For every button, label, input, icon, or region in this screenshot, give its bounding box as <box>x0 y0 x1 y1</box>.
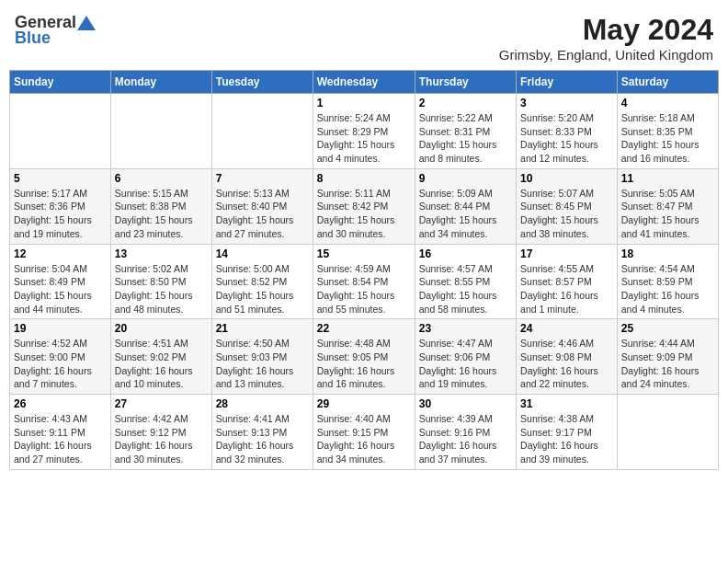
col-saturday: Saturday <box>617 71 718 94</box>
table-row <box>10 94 111 169</box>
day-number: 23 <box>419 322 512 335</box>
day-info: Sunrise: 4:57 AMSunset: 8:55 PMDaylight:… <box>419 262 512 316</box>
calendar-week-5: 26Sunrise: 4:43 AMSunset: 9:11 PMDayligh… <box>10 395 719 470</box>
table-row <box>211 94 313 169</box>
calendar-week-4: 19Sunrise: 4:52 AMSunset: 9:00 PMDayligh… <box>10 319 719 395</box>
day-number: 24 <box>520 322 613 335</box>
table-row: 9Sunrise: 5:09 AMSunset: 8:44 PMDaylight… <box>415 168 516 244</box>
calendar-week-3: 12Sunrise: 5:04 AMSunset: 8:49 PMDayligh… <box>10 244 719 319</box>
day-info: Sunrise: 5:24 AMSunset: 8:29 PMDaylight:… <box>317 111 411 166</box>
location: Grimsby, England, United Kingdom <box>499 47 713 63</box>
day-info: Sunrise: 4:46 AMSunset: 9:08 PMDaylight:… <box>520 337 613 391</box>
day-info: Sunrise: 4:39 AMSunset: 9:16 PMDaylight:… <box>419 412 512 466</box>
day-number: 14 <box>216 247 309 260</box>
day-number: 3 <box>520 97 613 109</box>
table-row: 25Sunrise: 4:44 AMSunset: 9:09 PMDayligh… <box>617 319 718 395</box>
day-number: 11 <box>621 172 714 185</box>
day-number: 26 <box>14 397 107 410</box>
table-row: 11Sunrise: 5:05 AMSunset: 8:47 PMDayligh… <box>617 168 718 244</box>
day-number: 9 <box>419 172 512 185</box>
day-info: Sunrise: 4:41 AMSunset: 9:13 PMDaylight:… <box>216 412 309 466</box>
table-row: 7Sunrise: 5:13 AMSunset: 8:40 PMDaylight… <box>211 168 313 244</box>
table-row: 30Sunrise: 4:39 AMSunset: 9:16 PMDayligh… <box>415 395 516 470</box>
day-info: Sunrise: 5:22 AMSunset: 8:31 PMDaylight:… <box>419 111 512 166</box>
day-number: 29 <box>317 397 411 410</box>
day-number: 1 <box>317 97 411 109</box>
day-info: Sunrise: 4:52 AMSunset: 9:00 PMDaylight:… <box>14 337 107 391</box>
day-info: Sunrise: 4:38 AMSunset: 9:17 PMDaylight:… <box>520 412 613 466</box>
col-friday: Friday <box>517 71 618 94</box>
table-row: 10Sunrise: 5:07 AMSunset: 8:45 PMDayligh… <box>517 168 618 244</box>
day-info: Sunrise: 4:59 AMSunset: 8:54 PMDaylight:… <box>317 262 411 316</box>
day-info: Sunrise: 4:55 AMSunset: 8:57 PMDaylight:… <box>520 262 613 316</box>
table-row: 18Sunrise: 4:54 AMSunset: 8:59 PMDayligh… <box>617 244 718 319</box>
day-info: Sunrise: 4:40 AMSunset: 9:15 PMDaylight:… <box>317 412 411 466</box>
table-row: 4Sunrise: 5:18 AMSunset: 8:35 PMDaylight… <box>617 94 718 169</box>
day-number: 15 <box>317 247 411 260</box>
day-number: 16 <box>419 247 512 260</box>
day-number: 19 <box>14 322 107 335</box>
svg-marker-0 <box>77 16 96 30</box>
day-info: Sunrise: 5:09 AMSunset: 8:44 PMDaylight:… <box>419 187 512 241</box>
day-number: 2 <box>419 97 512 109</box>
day-info: Sunrise: 4:44 AMSunset: 9:09 PMDaylight:… <box>621 337 714 391</box>
day-number: 25 <box>621 322 714 335</box>
col-monday: Monday <box>110 71 211 94</box>
day-info: Sunrise: 5:17 AMSunset: 8:36 PMDaylight:… <box>14 187 107 241</box>
table-row: 3Sunrise: 5:20 AMSunset: 8:33 PMDaylight… <box>517 94 618 169</box>
day-info: Sunrise: 5:15 AMSunset: 8:38 PMDaylight:… <box>115 187 208 241</box>
table-row: 24Sunrise: 4:46 AMSunset: 9:08 PMDayligh… <box>517 319 618 395</box>
day-info: Sunrise: 5:13 AMSunset: 8:40 PMDaylight:… <box>216 187 309 241</box>
day-info: Sunrise: 5:04 AMSunset: 8:49 PMDaylight:… <box>14 262 107 316</box>
logo: General Blue <box>15 13 97 48</box>
day-info: Sunrise: 5:11 AMSunset: 8:42 PMDaylight:… <box>317 187 411 241</box>
day-info: Sunrise: 5:00 AMSunset: 8:52 PMDaylight:… <box>216 262 309 316</box>
calendar-table: Sunday Monday Tuesday Wednesday Thursday… <box>9 70 719 470</box>
table-row: 2Sunrise: 5:22 AMSunset: 8:31 PMDaylight… <box>415 94 516 169</box>
day-number: 31 <box>520 397 613 410</box>
table-row: 12Sunrise: 5:04 AMSunset: 8:49 PMDayligh… <box>10 244 111 319</box>
day-number: 6 <box>115 172 208 185</box>
day-info: Sunrise: 4:51 AMSunset: 9:02 PMDaylight:… <box>115 337 208 391</box>
day-number: 28 <box>216 397 309 410</box>
day-info: Sunrise: 4:43 AMSunset: 9:11 PMDaylight:… <box>14 412 107 466</box>
table-row: 23Sunrise: 4:47 AMSunset: 9:06 PMDayligh… <box>415 319 516 395</box>
day-number: 27 <box>115 397 208 410</box>
day-number: 30 <box>419 397 512 410</box>
table-row: 15Sunrise: 4:59 AMSunset: 8:54 PMDayligh… <box>313 244 415 319</box>
day-number: 13 <box>115 247 208 260</box>
day-number: 5 <box>14 172 107 185</box>
table-row: 31Sunrise: 4:38 AMSunset: 9:17 PMDayligh… <box>517 395 618 470</box>
col-thursday: Thursday <box>415 71 516 94</box>
calendar-week-2: 5Sunrise: 5:17 AMSunset: 8:36 PMDaylight… <box>10 168 719 244</box>
logo-blue-text: Blue <box>15 29 51 48</box>
table-row: 19Sunrise: 4:52 AMSunset: 9:00 PMDayligh… <box>10 319 111 395</box>
day-number: 8 <box>317 172 411 185</box>
day-info: Sunrise: 5:18 AMSunset: 8:35 PMDaylight:… <box>621 111 714 166</box>
day-info: Sunrise: 4:50 AMSunset: 9:03 PMDaylight:… <box>216 337 309 391</box>
col-wednesday: Wednesday <box>313 71 415 94</box>
month-year: May 2024 <box>499 13 713 47</box>
col-tuesday: Tuesday <box>211 71 313 94</box>
table-row: 26Sunrise: 4:43 AMSunset: 9:11 PMDayligh… <box>10 395 111 470</box>
table-row: 27Sunrise: 4:42 AMSunset: 9:12 PMDayligh… <box>110 395 211 470</box>
table-row: 13Sunrise: 5:02 AMSunset: 8:50 PMDayligh… <box>110 244 211 319</box>
table-row: 17Sunrise: 4:55 AMSunset: 8:57 PMDayligh… <box>517 244 618 319</box>
day-number: 12 <box>14 247 107 260</box>
day-info: Sunrise: 4:48 AMSunset: 9:05 PMDaylight:… <box>317 337 411 391</box>
day-info: Sunrise: 5:20 AMSunset: 8:33 PMDaylight:… <box>520 111 613 166</box>
day-number: 21 <box>216 322 309 335</box>
table-row: 5Sunrise: 5:17 AMSunset: 8:36 PMDaylight… <box>10 168 111 244</box>
table-row: 1Sunrise: 5:24 AMSunset: 8:29 PMDaylight… <box>313 94 415 169</box>
calendar-week-1: 1Sunrise: 5:24 AMSunset: 8:29 PMDaylight… <box>10 94 719 169</box>
day-number: 22 <box>317 322 411 335</box>
day-number: 17 <box>520 247 613 260</box>
day-info: Sunrise: 5:05 AMSunset: 8:47 PMDaylight:… <box>621 187 714 241</box>
day-info: Sunrise: 4:54 AMSunset: 8:59 PMDaylight:… <box>621 262 714 316</box>
day-info: Sunrise: 5:02 AMSunset: 8:50 PMDaylight:… <box>115 262 208 316</box>
table-row: 29Sunrise: 4:40 AMSunset: 9:15 PMDayligh… <box>313 395 415 470</box>
table-row: 16Sunrise: 4:57 AMSunset: 8:55 PMDayligh… <box>415 244 516 319</box>
day-number: 20 <box>115 322 208 335</box>
table-row: 8Sunrise: 5:11 AMSunset: 8:42 PMDaylight… <box>313 168 415 244</box>
table-row: 20Sunrise: 4:51 AMSunset: 9:02 PMDayligh… <box>110 319 211 395</box>
